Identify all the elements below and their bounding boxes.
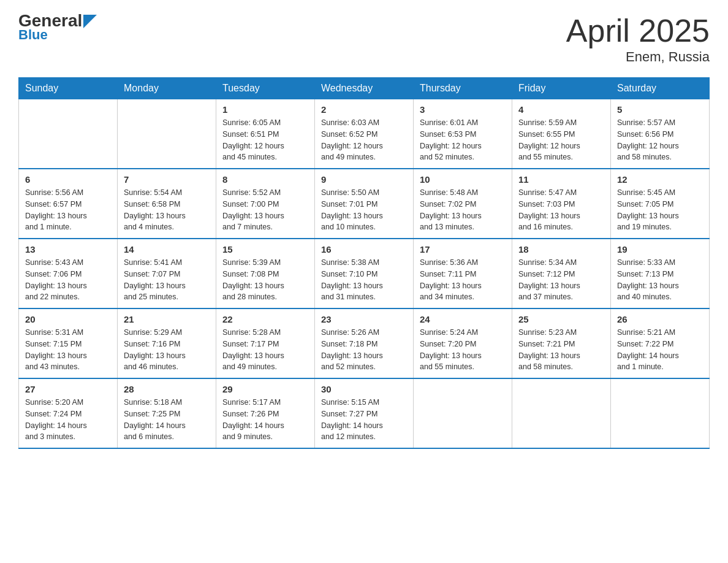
calendar-cell: 4Sunrise: 5:59 AM Sunset: 6:55 PM Daylig…: [512, 99, 611, 169]
logo: General Blue: [18, 12, 97, 43]
calendar-cell: 15Sunrise: 5:39 AM Sunset: 7:08 PM Dayli…: [216, 239, 315, 308]
day-number: 16: [321, 244, 407, 255]
weekday-header-tuesday: Tuesday: [216, 78, 315, 99]
page-header: General Blue April 2025 Enem, Russia: [18, 12, 710, 65]
day-number: 23: [321, 314, 407, 324]
calendar-cell: [611, 378, 710, 448]
day-number: 27: [25, 384, 111, 394]
day-info: Sunrise: 5:54 AM Sunset: 6:58 PM Dayligh…: [124, 187, 210, 233]
svg-marker-0: [83, 15, 97, 28]
day-info: Sunrise: 5:33 AM Sunset: 7:13 PM Dayligh…: [617, 257, 703, 303]
weekday-header-monday: Monday: [118, 78, 216, 99]
day-info: Sunrise: 6:05 AM Sunset: 6:51 PM Dayligh…: [222, 117, 308, 163]
calendar-cell: 2Sunrise: 6:03 AM Sunset: 6:52 PM Daylig…: [315, 99, 414, 169]
logo-blue-text: Blue: [18, 27, 48, 43]
day-info: Sunrise: 5:17 AM Sunset: 7:26 PM Dayligh…: [222, 397, 308, 443]
day-number: 28: [124, 384, 210, 394]
day-info: Sunrise: 5:23 AM Sunset: 7:21 PM Dayligh…: [518, 327, 604, 373]
calendar-cell: 22Sunrise: 5:28 AM Sunset: 7:17 PM Dayli…: [216, 308, 315, 378]
calendar-week-row: 27Sunrise: 5:20 AM Sunset: 7:24 PM Dayli…: [19, 378, 710, 448]
calendar-week-row: 6Sunrise: 5:56 AM Sunset: 6:57 PM Daylig…: [19, 169, 710, 239]
day-info: Sunrise: 5:28 AM Sunset: 7:17 PM Dayligh…: [222, 327, 308, 373]
day-number: 18: [518, 244, 604, 255]
day-number: 14: [124, 244, 210, 255]
calendar-week-row: 20Sunrise: 5:31 AM Sunset: 7:15 PM Dayli…: [19, 308, 710, 378]
day-number: 26: [617, 314, 703, 324]
day-info: Sunrise: 6:03 AM Sunset: 6:52 PM Dayligh…: [321, 117, 407, 163]
calendar-week-row: 13Sunrise: 5:43 AM Sunset: 7:06 PM Dayli…: [19, 239, 710, 308]
calendar-cell: 9Sunrise: 5:50 AM Sunset: 7:01 PM Daylig…: [315, 169, 414, 239]
day-info: Sunrise: 5:57 AM Sunset: 6:56 PM Dayligh…: [617, 117, 703, 163]
calendar-cell: 11Sunrise: 5:47 AM Sunset: 7:03 PM Dayli…: [512, 169, 611, 239]
day-info: Sunrise: 5:29 AM Sunset: 7:16 PM Dayligh…: [124, 327, 210, 373]
day-number: 22: [222, 314, 308, 324]
calendar-cell: 12Sunrise: 5:45 AM Sunset: 7:05 PM Dayli…: [611, 169, 710, 239]
day-info: Sunrise: 5:21 AM Sunset: 7:22 PM Dayligh…: [617, 327, 703, 373]
day-number: 8: [222, 174, 308, 185]
calendar-table: SundayMondayTuesdayWednesdayThursdayFrid…: [18, 77, 710, 449]
day-info: Sunrise: 5:38 AM Sunset: 7:10 PM Dayligh…: [321, 257, 407, 303]
calendar-body: 1Sunrise: 6:05 AM Sunset: 6:51 PM Daylig…: [19, 99, 710, 449]
day-info: Sunrise: 5:48 AM Sunset: 7:02 PM Dayligh…: [420, 187, 506, 233]
day-info: Sunrise: 5:31 AM Sunset: 7:15 PM Dayligh…: [25, 327, 111, 373]
calendar-cell: 29Sunrise: 5:17 AM Sunset: 7:26 PM Dayli…: [216, 378, 315, 448]
calendar-cell: [19, 99, 118, 169]
calendar-cell: [414, 378, 512, 448]
day-info: Sunrise: 5:45 AM Sunset: 7:05 PM Dayligh…: [617, 187, 703, 233]
day-info: Sunrise: 5:50 AM Sunset: 7:01 PM Dayligh…: [321, 187, 407, 233]
calendar-cell: 23Sunrise: 5:26 AM Sunset: 7:18 PM Dayli…: [315, 308, 414, 378]
calendar-cell: 26Sunrise: 5:21 AM Sunset: 7:22 PM Dayli…: [611, 308, 710, 378]
calendar-cell: 10Sunrise: 5:48 AM Sunset: 7:02 PM Dayli…: [414, 169, 512, 239]
calendar-cell: 5Sunrise: 5:57 AM Sunset: 6:56 PM Daylig…: [611, 99, 710, 169]
calendar-cell: 25Sunrise: 5:23 AM Sunset: 7:21 PM Dayli…: [512, 308, 611, 378]
day-number: 6: [25, 174, 111, 185]
calendar-header: SundayMondayTuesdayWednesdayThursdayFrid…: [19, 78, 710, 99]
day-number: 10: [420, 174, 506, 185]
calendar-cell: 1Sunrise: 6:05 AM Sunset: 6:51 PM Daylig…: [216, 99, 315, 169]
day-info: Sunrise: 5:52 AM Sunset: 7:00 PM Dayligh…: [222, 187, 308, 233]
page-title: April 2025: [566, 12, 710, 49]
weekday-header-saturday: Saturday: [611, 78, 710, 99]
day-number: 4: [518, 104, 604, 115]
day-info: Sunrise: 5:43 AM Sunset: 7:06 PM Dayligh…: [25, 257, 111, 303]
weekday-header-sunday: Sunday: [19, 78, 118, 99]
title-block: April 2025 Enem, Russia: [566, 12, 710, 65]
day-number: 20: [25, 314, 111, 324]
calendar-cell: 14Sunrise: 5:41 AM Sunset: 7:07 PM Dayli…: [118, 239, 216, 308]
calendar-cell: 28Sunrise: 5:18 AM Sunset: 7:25 PM Dayli…: [118, 378, 216, 448]
calendar-cell: [512, 378, 611, 448]
day-number: 21: [124, 314, 210, 324]
calendar-week-row: 1Sunrise: 6:05 AM Sunset: 6:51 PM Daylig…: [19, 99, 710, 169]
weekday-header-friday: Friday: [512, 78, 611, 99]
day-info: Sunrise: 5:39 AM Sunset: 7:08 PM Dayligh…: [222, 257, 308, 303]
day-info: Sunrise: 5:47 AM Sunset: 7:03 PM Dayligh…: [518, 187, 604, 233]
day-number: 1: [222, 104, 308, 115]
day-number: 5: [617, 104, 703, 115]
page-subtitle: Enem, Russia: [566, 49, 710, 65]
day-number: 7: [124, 174, 210, 185]
day-number: 30: [321, 384, 407, 394]
day-number: 24: [420, 314, 506, 324]
day-number: 3: [420, 104, 506, 115]
calendar-cell: 30Sunrise: 5:15 AM Sunset: 7:27 PM Dayli…: [315, 378, 414, 448]
day-info: Sunrise: 5:24 AM Sunset: 7:20 PM Dayligh…: [420, 327, 506, 373]
day-info: Sunrise: 5:20 AM Sunset: 7:24 PM Dayligh…: [25, 397, 111, 443]
weekday-header-row: SundayMondayTuesdayWednesdayThursdayFrid…: [19, 78, 710, 99]
day-info: Sunrise: 5:34 AM Sunset: 7:12 PM Dayligh…: [518, 257, 604, 303]
day-info: Sunrise: 5:18 AM Sunset: 7:25 PM Dayligh…: [124, 397, 210, 443]
day-number: 12: [617, 174, 703, 185]
calendar-cell: 13Sunrise: 5:43 AM Sunset: 7:06 PM Dayli…: [19, 239, 118, 308]
day-info: Sunrise: 5:36 AM Sunset: 7:11 PM Dayligh…: [420, 257, 506, 303]
calendar-cell: 24Sunrise: 5:24 AM Sunset: 7:20 PM Dayli…: [414, 308, 512, 378]
day-number: 29: [222, 384, 308, 394]
day-number: 9: [321, 174, 407, 185]
day-info: Sunrise: 5:26 AM Sunset: 7:18 PM Dayligh…: [321, 327, 407, 373]
calendar-cell: 3Sunrise: 6:01 AM Sunset: 6:53 PM Daylig…: [414, 99, 512, 169]
logo-arrow-icon: [83, 15, 97, 28]
day-info: Sunrise: 5:41 AM Sunset: 7:07 PM Dayligh…: [124, 257, 210, 303]
calendar-cell: 20Sunrise: 5:31 AM Sunset: 7:15 PM Dayli…: [19, 308, 118, 378]
calendar-cell: 7Sunrise: 5:54 AM Sunset: 6:58 PM Daylig…: [118, 169, 216, 239]
calendar-cell: 6Sunrise: 5:56 AM Sunset: 6:57 PM Daylig…: [19, 169, 118, 239]
weekday-header-wednesday: Wednesday: [315, 78, 414, 99]
calendar-cell: [118, 99, 216, 169]
